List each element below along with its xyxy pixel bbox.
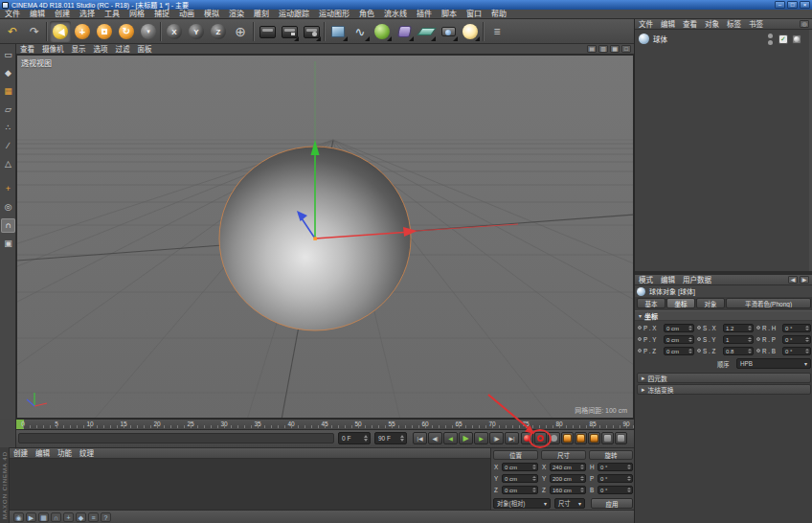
materials-menu-create[interactable]: 创建 (10, 448, 32, 459)
spinner-icon[interactable] (399, 435, 405, 442)
anim-dot-icon[interactable] (638, 337, 642, 341)
anim-dot-icon[interactable] (756, 326, 760, 330)
menu-plugins[interactable]: 插件 (412, 10, 437, 19)
anim-dot-icon[interactable] (638, 349, 642, 352)
am-menu-userdata[interactable]: 用户数据 (679, 275, 715, 285)
minimize-button[interactable]: – (775, 1, 785, 9)
live-selection-tool[interactable] (50, 21, 71, 42)
record-scale-toggle[interactable] (575, 432, 587, 444)
phong-tag-icon[interactable] (792, 34, 801, 44)
rb-field[interactable]: 0 ° (782, 347, 811, 355)
add-camera-button[interactable] (438, 21, 459, 42)
powerslider-track[interactable] (18, 433, 334, 443)
spinner-icon[interactable] (579, 465, 584, 469)
spinner-icon[interactable] (531, 465, 536, 469)
points-mode-button[interactable]: ∴ (1, 121, 15, 135)
pos-x-field[interactable]: 0 cm (502, 463, 538, 471)
anim-dot-icon[interactable] (697, 349, 701, 352)
object-row-sphere[interactable]: 球体 ✓ (637, 33, 809, 45)
record-rotation-toggle[interactable] (588, 432, 600, 444)
layout-single-view-icon[interactable]: ▤ (587, 45, 597, 53)
render-visibility-dot[interactable] (768, 40, 773, 45)
menu-animate[interactable]: 动画 (174, 10, 199, 19)
viewport-menu-options[interactable]: 选项 (90, 44, 112, 55)
close-button[interactable]: × (800, 1, 810, 9)
anim-dot-icon[interactable] (638, 326, 642, 330)
viewport-menu-view[interactable]: 查看 (16, 44, 38, 55)
anim-dot-icon[interactable] (697, 326, 701, 330)
autokey-button[interactable] (534, 432, 547, 444)
add-floor-button[interactable] (416, 21, 437, 42)
menu-mograph[interactable]: 运动图形 (314, 10, 354, 19)
status-list-icon[interactable]: ≡ (88, 512, 99, 522)
status-globe-icon[interactable]: ◉ (13, 512, 24, 522)
spinner-icon[interactable] (688, 337, 692, 342)
goto-start-button[interactable]: |◀ (413, 432, 427, 444)
menu-window[interactable]: 窗口 (462, 10, 486, 19)
sz-field[interactable]: 0.8 (723, 347, 754, 355)
anim-dot-icon[interactable] (697, 337, 701, 341)
edges-mode-button[interactable]: ∕ (1, 139, 15, 153)
viewport-solo-button[interactable]: ◎ (1, 200, 15, 215)
materials-list-area[interactable] (10, 459, 490, 510)
pos-z-field[interactable]: 0 cm (502, 486, 538, 494)
om-menu-objects[interactable]: 对象 (701, 19, 723, 30)
redo-button[interactable]: ↷ (24, 21, 45, 42)
lock-x-axis-button[interactable]: X (164, 21, 185, 42)
spinner-icon[interactable] (626, 488, 631, 492)
end-frame-field[interactable]: 90 F (374, 432, 407, 444)
polygons-mode-button[interactable]: △ (1, 157, 15, 171)
spinner-icon[interactable] (688, 326, 692, 330)
menu-file[interactable]: 文件 (0, 10, 25, 19)
size-x-field[interactable]: 240 cm (550, 463, 586, 471)
anim-dot-icon[interactable] (756, 349, 760, 352)
apply-button[interactable]: 应用 (591, 498, 633, 509)
viewport-menu-filter[interactable]: 过滤 (112, 44, 134, 55)
make-editable-button[interactable]: ▭ (1, 48, 15, 62)
add-cube-button[interactable] (327, 21, 349, 42)
menu-help[interactable]: 帮助 (486, 10, 511, 19)
menu-tools[interactable]: 工具 (100, 10, 124, 19)
enable-axis-button[interactable]: + (1, 182, 15, 196)
scale-tool[interactable] (94, 21, 115, 42)
spinner-icon[interactable] (363, 435, 369, 442)
play-button[interactable]: ▶ (459, 432, 473, 444)
status-model-icon[interactable]: ◆ (76, 512, 86, 522)
render-view-button[interactable] (257, 21, 278, 42)
menu-sculpt[interactable]: 雕刻 (249, 10, 274, 19)
rotate-tool[interactable]: ↻ (116, 21, 137, 42)
enable-snap-button[interactable]: ∩ (1, 218, 15, 233)
viewport-menu-cameras[interactable]: 摄像机 (38, 44, 68, 55)
gizmo-center-handle[interactable] (313, 237, 317, 240)
om-menu-file[interactable]: 文件 (635, 19, 657, 30)
menu-simulate[interactable]: 模拟 (199, 10, 224, 19)
status-help-icon[interactable]: ? (101, 512, 111, 522)
coord-mode-dropdown[interactable]: 对象(相对)▾ (493, 498, 551, 509)
previous-key-button[interactable]: ◀| (428, 432, 442, 444)
am-menu-mode[interactable]: 模式 (635, 275, 657, 285)
layout-all-view-icon[interactable]: □ (621, 45, 631, 53)
lock-y-axis-button[interactable]: Y (186, 21, 207, 42)
viewport-view-label[interactable]: 透视视图 (21, 57, 52, 68)
spinner-icon[interactable] (626, 476, 631, 481)
order-dropdown[interactable]: HPB ▾ (736, 358, 811, 369)
pz-field[interactable]: 0 cm (664, 347, 694, 355)
tab-phong[interactable]: 平滑着色(Phong) (726, 298, 811, 308)
model-mode-button[interactable]: ◆ (1, 66, 15, 80)
menu-character[interactable]: 角色 (354, 10, 379, 19)
materials-menu-function[interactable]: 功能 (54, 448, 76, 459)
history-forward-icon[interactable]: ▶ (800, 276, 809, 284)
spinner-icon[interactable] (531, 476, 536, 481)
anim-dot-icon[interactable] (756, 337, 760, 341)
add-spline-button[interactable]: ∿ (350, 21, 371, 42)
om-menu-view[interactable]: 查看 (679, 19, 701, 30)
timeline-ruler[interactable]: 0 5 10 15 20 25 30 35 40 45 50 55 60 65 … (16, 419, 634, 430)
spinner-icon[interactable] (804, 326, 809, 330)
spinner-icon[interactable] (747, 337, 752, 342)
layout-two-view-icon[interactable]: ▥ (598, 45, 608, 53)
pos-y-field[interactable]: 0 cm (502, 474, 538, 483)
enable-check-tag[interactable]: ✓ (778, 34, 788, 44)
visibility-dots[interactable] (768, 33, 773, 46)
menu-select[interactable]: 选择 (75, 10, 100, 19)
rot-b-field[interactable]: 0 ° (598, 486, 633, 494)
